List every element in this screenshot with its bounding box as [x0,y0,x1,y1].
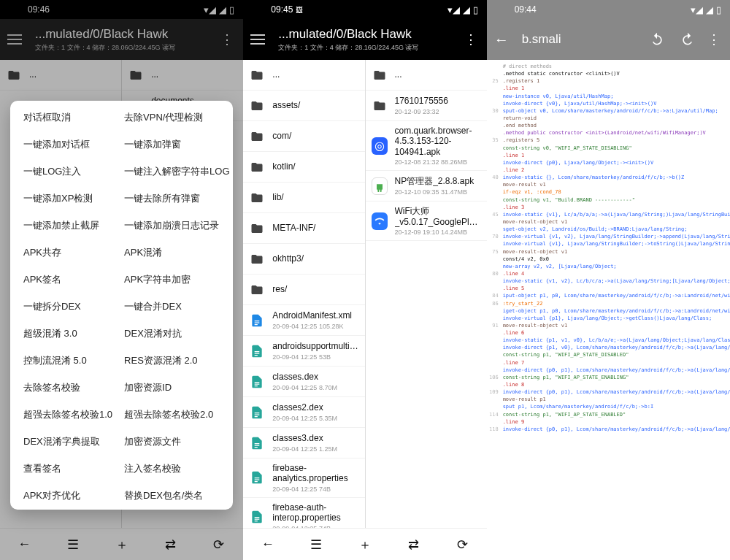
file-meta: 20-09-04 12:25 53B [272,353,358,361]
menu-item[interactable]: APK签名 [23,273,112,286]
menu-item[interactable]: 控制流混淆 5.0 [23,354,112,367]
menu-item[interactable]: 一键合并DEX [124,300,229,313]
file-icon [249,312,265,329]
file-row[interactable]: androidsupportmultidexversion.txt20-09-0… [243,336,364,367]
more-icon[interactable]: ⋮ [705,31,723,47]
file-name: assets/ [272,100,358,110]
file-row[interactable]: AndroidManifest.xml20-09-04 12:25 105.28… [243,305,364,336]
file-row[interactable]: classes3.dex20-09-04 12:25 1.25M [243,428,364,459]
menu-item[interactable]: DEX混淆对抗 [124,327,229,340]
menu-item[interactable]: 去除VPN/代理检测 [124,111,229,124]
menu-item[interactable]: 一键添加对话框 [23,138,112,151]
menu-item[interactable]: 一键去除所有弹窗 [124,192,229,205]
file-row[interactable]: ◎com.quark.browser-4.5.3.153-120-104941.… [366,121,487,171]
file-meta: 20-12-08 21:32 88.26MB [395,158,481,166]
file-name: androidsupportmultidexversion.txt [272,341,358,351]
file-row[interactable]: okhttp3/ [243,244,364,275]
code-line: .line 6 [488,329,729,337]
file-row[interactable]: META-INF/ [243,213,364,244]
folder-icon [249,67,265,83]
menu-item[interactable]: 一键添加崩溃日志记录 [124,219,229,232]
file-row[interactable]: 1761017555620-12-09 23:32 [366,91,487,121]
file-icon [249,343,265,359]
refresh-icon[interactable]: ⟳ [453,536,471,553]
file-row[interactable]: NP管理器_2.8.8.apk20-12-10 09:35 31.47MB [366,171,487,202]
menu-item[interactable]: 替换DEX包名/类名 [124,489,229,502]
file-row[interactable]: firebase-analytics.properties20-09-04 12… [243,459,364,498]
line-number [488,93,503,100]
hamburger-icon[interactable] [250,31,268,48]
line-number [488,226,503,233]
menu-item[interactable]: 去除签名校验 [23,381,112,394]
code-text: .method public constructor <init>(Landro… [503,129,706,137]
toolbar: ...mulated/0/Black Hawk 文件夹：1 文件：4 储存：28… [243,19,486,60]
image-icon: 🖼 [296,6,303,14]
menu-item[interactable]: 超强去除签名校验2.0 [124,408,229,421]
file-row[interactable]: firebase-auth-interop.properties20-09-04… [243,498,364,528]
menu-item[interactable]: 一键添加XP检测 [23,192,112,205]
swap-icon[interactable]: ⇄ [405,536,423,553]
file-row[interactable]: assets/ [243,91,364,121]
menu-item[interactable]: 查看签名 [23,462,112,475]
code-line: new-array v2, v2, [Ljava/lang/Object; [488,263,729,270]
file-row[interactable]: ... [366,60,487,91]
code-text: .line 1 [503,85,525,92]
folder-icon [249,159,265,175]
menu-item[interactable]: 一键添加弹窗 [124,138,229,151]
menu-item[interactable]: APK字符串加密 [124,273,229,286]
menu-item[interactable]: 加密资源ID [124,381,229,394]
file-row[interactable]: kotlin/ [243,152,364,183]
menu-item[interactable]: APK混淆 [124,246,229,259]
line-number [488,315,503,322]
menu-item[interactable]: 一键添加禁止截屏 [23,219,112,232]
file-name: com.quark.browser-4.5.3.153-120-104941.a… [395,126,481,157]
code-line: invoke-static {v1, v2}, Lc/b/c/a;->a(Lja… [488,277,729,285]
code-viewer[interactable]: # direct methods.method static construct… [487,60,730,560]
code-text: new-array v2, v2, [Ljava/lang/Object; [503,263,617,270]
menu-item[interactable]: 一键注入解密字符串LOG [124,165,229,178]
menu-item[interactable]: APK对齐优化 [23,489,112,502]
code-text: invoke-direct {p0}, Ljava/lang/Object;->… [503,159,654,166]
add-icon[interactable]: ＋ [356,536,374,553]
phone-2: 09:45 🖼 ▾◢ ◢ ▯ ...mulated/0/Black Hawk 文… [243,0,486,560]
line-number [488,166,503,174]
menu-item[interactable]: 一键LOG注入 [23,165,112,178]
line-number [488,100,503,107]
menu-item[interactable]: 一键拆分DEX [23,300,112,313]
file-row[interactable]: lib/ [243,183,364,213]
file-row[interactable]: res/ [243,275,364,305]
menu-item[interactable]: 对话框取消 [23,111,112,124]
menu-item[interactable]: 注入签名校验 [124,462,229,475]
file-row[interactable]: ... [243,60,364,91]
list-icon[interactable]: ☰ [307,536,325,553]
folder-icon [249,129,265,145]
file-row[interactable]: WiFi大师_v5.0.17_GooglePlay(1).apk20-12-09… [366,202,487,241]
line-number [488,256,503,263]
more-icon[interactable]: ⋮ [462,31,480,47]
file-panes: ...assets/com/kotlin/lib/META-INF/okhttp… [243,60,486,528]
menu-item[interactable]: APK共存 [23,246,112,259]
left-pane[interactable]: ...assets/com/kotlin/lib/META-INF/okhttp… [243,60,365,528]
line-number [488,359,503,367]
file-name: res/ [272,284,358,294]
menu-item[interactable]: 超强去除签名校验1.0 [23,408,112,421]
menu-item[interactable]: 加密资源文件 [124,435,229,448]
right-pane[interactable]: ...1761017555620-12-09 23:32◎com.quark.b… [366,60,487,528]
file-row[interactable]: classes.dex20-09-04 12:25 8.70M [243,367,364,397]
code-line: const/4 v2, 0x0 [488,256,729,263]
code-line: move-result v1 [488,181,729,188]
folder-icon [249,251,265,267]
redo-icon[interactable] [680,32,695,47]
file-row[interactable]: com/ [243,121,364,152]
folder-icon [249,282,265,298]
menu-item[interactable]: RES资源混淆 2.0 [124,354,229,367]
menu-item[interactable]: DEX混淆字典提取 [23,435,112,448]
menu-item[interactable]: 超级混淆 3.0 [23,327,112,340]
file-name: ... [272,69,358,80]
line-number [488,145,503,152]
undo-icon[interactable] [650,32,664,47]
back-arrow-icon[interactable]: ← [494,31,512,48]
file-name: classes3.dex [272,433,358,443]
back-icon[interactable]: ← [259,536,277,553]
file-row[interactable]: classes2.dex20-09-04 12:25 5.35M [243,397,364,428]
